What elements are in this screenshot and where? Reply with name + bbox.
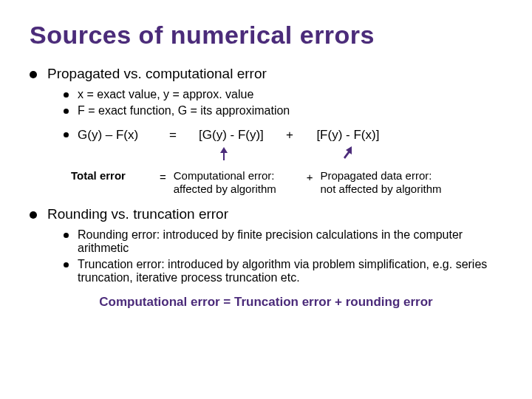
bullet-icon [30, 71, 37, 78]
label-equals: = [152, 169, 174, 183]
section2-sublist: Rounding error: introduced by finite pre… [64, 228, 502, 284]
bullet-icon [64, 109, 69, 114]
rounding-error-text: Rounding error: introduced by finite pre… [78, 228, 502, 255]
arrow-diag-icon [341, 146, 350, 154]
bullet-propagated-vs-computational: Propagated vs. computational error [30, 66, 502, 82]
bullet-icon [64, 132, 69, 137]
def-fg-text: F = exact function, G = its approximatio… [78, 104, 502, 117]
label-plus: + [299, 169, 321, 183]
truncation-error-text: Truncation error: introduced by algorith… [78, 258, 502, 284]
section1-sublist: x = exact value, y = approx. value F = e… [64, 88, 502, 196]
bullet-icon [64, 262, 69, 267]
equation-row: G(y) – F(x) = [G(y) - F(y)] + [F(y) - F(… [64, 128, 502, 143]
arrow-up-icon [219, 147, 228, 156]
def-fg: F = exact function, G = its approximatio… [64, 104, 502, 117]
labels-row: Total error = Computational error: affec… [64, 169, 502, 196]
label-total: Total error [64, 169, 152, 182]
eq-plus: + [276, 128, 304, 143]
eq-mid: [G(y) - F(y)] [187, 128, 276, 143]
eq-equals: = [159, 128, 187, 143]
rounding-error: Rounding error: introduced by finite pre… [64, 228, 502, 255]
def-xy-text: x = exact value, y = approx. value [78, 88, 502, 101]
section2-heading: Rounding vs. truncation error [47, 206, 228, 222]
eq-lhs: G(y) – F(x) [78, 128, 159, 143]
slide-title: Sources of numerical errors [30, 21, 502, 50]
bullet-icon [30, 211, 37, 219]
bullet-icon [64, 92, 69, 98]
label-comp-line2: affected by algorithm [174, 183, 276, 195]
eq-rhs: [F(y) - F(x)] [304, 128, 392, 143]
slide: Sources of numerical errors Propagated v… [0, 0, 532, 399]
def-xy: x = exact value, y = approx. value [64, 88, 502, 101]
section1-heading: Propagated vs. computational error [47, 66, 267, 82]
bullet-icon [64, 233, 69, 238]
truncation-error: Truncation error: introduced by algorith… [64, 258, 502, 284]
label-prop-line1: Propagated data error: [321, 169, 432, 182]
bullet-rounding-vs-truncation: Rounding vs. truncation error [30, 206, 502, 222]
footer-summary: Computational error = Truncation error +… [30, 295, 502, 310]
label-prop-line2: not affected by algorithm [321, 183, 442, 195]
label-comp-line1: Computational error: [174, 169, 275, 182]
